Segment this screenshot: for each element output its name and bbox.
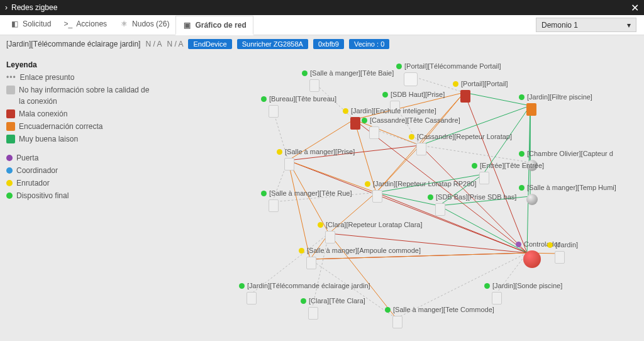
graph-node[interactable]: [Portail][Télécommande Portail] [396, 62, 501, 70]
device-icon [479, 172, 489, 184]
node-type-dot [547, 242, 553, 248]
node-type-dot [318, 222, 323, 228]
device-icon [306, 257, 316, 269]
image-icon: ▣ [182, 21, 191, 30]
graph-node[interactable]: [Portail][Portail] [453, 80, 508, 87]
node-type-dot [277, 149, 282, 155]
node-label: [Jardin][Télécommande éclairage jardin] [247, 282, 370, 289]
tab-label: Nudos (26) [132, 20, 169, 28]
graph-node[interactable]: [Salle à manger][Tete Commode] [385, 306, 494, 313]
svg-line-3 [288, 160, 527, 253]
badge-address: 0xbfb9 [313, 39, 344, 49]
chevron-down-icon: ▾ [627, 21, 631, 30]
graph-node[interactable]: [Cassandre][Tête Cassandre] [362, 116, 460, 124]
device-icon [526, 103, 536, 116]
network-graph[interactable]: [Salle à manger][Tête Baie][Portail][Tél… [0, 50, 644, 341]
node-label: [Jardin][Repeteur Loratap RP280] [373, 180, 477, 187]
graph-node[interactable]: [Jardin][Sonde piscine] [484, 282, 562, 289]
device-icon [308, 307, 318, 320]
node-label: [Cassandre][Tête Cassandre] [370, 116, 460, 124]
device-icon [369, 126, 379, 139]
graph-node[interactable]: [Jardin][Repeteur Loratap RP280] [365, 180, 477, 187]
device-icon [526, 194, 538, 205]
node-type-dot [484, 283, 490, 289]
node-type-dot [362, 118, 367, 123]
device-icon [435, 203, 445, 216]
node-type-dot [519, 151, 525, 157]
node-type-dot [239, 283, 245, 289]
device-icon [404, 72, 418, 86]
graph-node[interactable]: [Entrée][Tête Entrée] [472, 162, 544, 169]
chevron-right-icon: › [5, 3, 8, 12]
badge-neighbor: Vecino : 0 [349, 39, 389, 49]
graph-node[interactable]: [Salle à manger][Tête Baie] [302, 69, 394, 77]
tab-label: Acciones [76, 20, 107, 28]
tab-network-graph[interactable]: ▣ Gráfico de red [175, 16, 253, 35]
node-type-dot [516, 242, 521, 247]
selected-device: [Jardin][Télécommande éclairage jardin] [6, 40, 140, 48]
node-label: [Jardin][Filtre piscine] [527, 93, 592, 101]
info-row: [Jardin][Télécommande éclairage jardin] … [0, 35, 644, 52]
graph-node[interactable]: [Bureau][Tête bureau] [261, 95, 336, 103]
device-icon [325, 231, 335, 243]
graph-node[interactable]: [Salle à manger][Tête Rue] [261, 189, 352, 197]
node-type-dot [261, 191, 267, 196]
node-type-dot [385, 307, 391, 313]
node-type-dot [261, 96, 267, 102]
node-label: [Salle à manger][Tête Rue] [269, 189, 352, 197]
close-icon[interactable]: ✕ [631, 2, 639, 14]
graph-node[interactable]: [SDB Bas][Prise SDB bas] [428, 193, 516, 201]
node-type-dot [409, 134, 414, 140]
tab-nodes[interactable]: ⚛ Nudos (26) [113, 15, 175, 35]
device-icon [350, 117, 360, 130]
graph-node[interactable]: [SDB Haut][Prise] [382, 91, 445, 98]
node-type-dot [428, 194, 433, 200]
svg-line-7 [527, 106, 530, 253]
dashboard-icon: ◧ [10, 20, 19, 28]
node-type-dot [453, 81, 458, 87]
node-label: [Salle à manger][Tete Commode] [393, 306, 494, 313]
device-icon [555, 251, 565, 264]
node-label: [Jardin][Sonde piscine] [492, 282, 562, 289]
graph-node[interactable]: [Salle à manger][Prise] [277, 148, 355, 155]
node-label: [Salle à manger][Ampoule commode] [307, 247, 421, 254]
graph-node[interactable]: [Salle à manger][Ampoule commode] [299, 247, 421, 254]
graph-node[interactable]: [Clara][Tête Clara] [301, 297, 365, 305]
device-icon [392, 316, 402, 328]
node-label: [SDB Haut][Prise] [391, 91, 445, 98]
na-value: N / A [145, 40, 162, 48]
node-type-dot [302, 70, 308, 76]
graph-node[interactable]: [Jardin][Télécommande éclairage jardin] [239, 282, 370, 289]
device-icon [284, 158, 294, 170]
node-label: [Clara][Tête Clara] [309, 297, 365, 305]
node-label: [Cassandre][Repeteur Loratap] [417, 133, 512, 140]
device-icon [247, 292, 257, 305]
daemon-label: Demonio 1 [541, 21, 578, 30]
graph-node[interactable]: [Jardin][Filtre piscine] [519, 93, 592, 101]
node-type-dot [301, 298, 306, 304]
svg-line-31 [420, 145, 530, 162]
graph-node[interactable]: [Jardin][Enchufe inteligente] [343, 107, 436, 115]
node-label: [Chambre Olivier][Capteur d [527, 150, 613, 157]
device-icon [416, 143, 426, 155]
svg-line-12 [288, 160, 376, 193]
node-label: [Salle à manger][Tête Baie] [310, 69, 394, 77]
window-title: Redes zigbee [11, 3, 57, 12]
node-type-dot [472, 163, 477, 169]
share-icon: ⚛ [119, 20, 128, 28]
graph-node[interactable]: [Clara][Repeteur Loratap Clara] [318, 221, 422, 228]
graph-node[interactable]: [Chambre Olivier][Capteur d [519, 150, 613, 157]
device-icon [372, 190, 382, 203]
graph-node[interactable]: [Salle à manger][Temp Humi] [519, 184, 616, 191]
node-label: [Salle à manger][Prise] [285, 148, 355, 155]
device-icon [269, 199, 279, 212]
daemon-select[interactable]: Demonio 1 ▾ [536, 18, 636, 32]
graph-node[interactable]: [Cassandre][Repeteur Loratap] [409, 133, 512, 140]
device-icon [523, 250, 541, 268]
tab-request[interactable]: ◧ Solicitud [4, 15, 57, 35]
node-type-dot [343, 108, 348, 114]
tab-actions[interactable]: >_ Acciones [57, 15, 113, 35]
titlebar: › Redes zigbee ✕ [0, 0, 644, 15]
graph-node[interactable]: [Jardin] [547, 241, 578, 249]
node-label: [Jardin][Enchufe inteligente] [351, 107, 436, 115]
